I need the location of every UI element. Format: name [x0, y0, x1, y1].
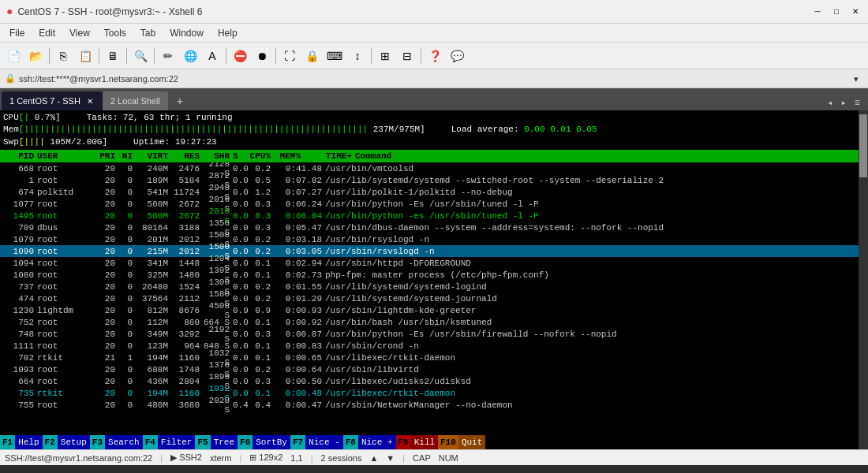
table-row[interactable]: 1080 root 20 0 325M 1480 1392 S 0.0 0.1 … — [0, 269, 868, 281]
transfer-button[interactable]: ↕ — [347, 46, 368, 66]
col-header-mem[interactable]: MEM% — [274, 151, 304, 161]
col-header-shr[interactable]: SHR — [203, 151, 233, 161]
col-header-res[interactable]: RES — [171, 151, 203, 161]
table-row[interactable]: 1079 root 20 0 201M 2012 1508 S 0.0 0.2 … — [0, 233, 868, 245]
fn-f10-item[interactable]: F10Quit — [438, 435, 485, 449]
fn-f3-item[interactable]: F3Search — [90, 435, 143, 449]
fn-f8-item[interactable]: F8Nice + — [343, 435, 396, 449]
help-button[interactable]: ❓ — [425, 46, 445, 66]
col-header-s[interactable]: S — [233, 151, 244, 161]
chat-button[interactable]: 💬 — [447, 46, 467, 66]
toolbar-sep-2 — [99, 48, 99, 64]
close-button[interactable]: ✕ — [849, 6, 862, 18]
col-header-cmd[interactable]: Command — [355, 151, 866, 161]
fn-f5-item[interactable]: F5Tree — [195, 435, 238, 449]
col-header-virt[interactable]: VIRT — [136, 151, 171, 161]
add-tab-button[interactable]: + — [171, 93, 189, 110]
table-row[interactable]: 737 root 20 0 26480 1524 1300 S 0.0 0.2 … — [0, 281, 868, 292]
address-dropdown-button[interactable]: ▾ — [854, 74, 863, 84]
table-row[interactable]: 1495 root 20 0 560M 2672 2016 S 0.0 0.3 … — [0, 210, 868, 222]
paste-button[interactable]: 📋 — [75, 46, 95, 66]
font-button[interactable]: A — [202, 46, 223, 66]
col-header-pid[interactable]: PID — [2, 151, 37, 161]
table-row[interactable]: 674 polkitd 20 0 541M 11724 2948 S 0.0 1… — [0, 186, 868, 198]
table-row[interactable]: 1094 root 20 0 341M 1448 1204 S 0.0 0.1 … — [0, 257, 868, 269]
record-button[interactable]: ⏺ — [252, 46, 272, 66]
fn-f4-key: F4 — [143, 435, 158, 449]
tab-1[interactable]: 1 CentOS 7 - SSH ✕ — [2, 91, 103, 110]
col-header-user[interactable]: USER — [37, 151, 96, 161]
fn-f2-item[interactable]: F2Setup — [43, 435, 90, 449]
fn-f7-item[interactable]: F7Nice - — [290, 435, 343, 449]
zoom-button[interactable]: ⊟ — [397, 46, 417, 66]
minimize-button[interactable]: ─ — [811, 6, 824, 18]
table-row[interactable]: 752 root 20 0 112M 860 664 S 0.0 0.1 0:0… — [0, 316, 868, 328]
title-text: CentOS 7 - SSH - root@mysvr3:~ - Xshell … — [17, 6, 202, 17]
menu-window[interactable]: Window — [163, 26, 210, 40]
table-row[interactable]: 709 dbus 20 0 80164 3188 1356 S 0.0 0.3 … — [0, 222, 868, 233]
tab-1-close[interactable]: ✕ — [85, 96, 95, 106]
copy-button[interactable]: ⎘ — [53, 46, 73, 66]
fn-f10-label: Quit — [458, 435, 485, 449]
toolbar-sep-4 — [154, 48, 155, 64]
table-row[interactable]: 1111 root 20 0 123M 964 848 S 0.0 0.1 0:… — [0, 340, 868, 352]
menu-tools[interactable]: Tools — [98, 26, 133, 40]
table-row[interactable]: 1077 root 20 0 560M 2672 2016 S 0.0 0.3 … — [0, 198, 868, 210]
col-header-cpu[interactable]: CPU% — [244, 151, 274, 161]
search-button[interactable]: 🔍 — [130, 46, 151, 66]
tab-navigation: ◂ ▸ ≡ — [824, 95, 866, 110]
col-header-ni[interactable]: NI — [118, 151, 136, 161]
menu-edit[interactable]: Edit — [32, 26, 62, 40]
col-header-time[interactable]: TIME+ — [304, 151, 355, 161]
table-row[interactable]: 755 root 20 0 480M 3680 2028 S 0.4 0.4 0… — [0, 399, 868, 411]
session-manager-button[interactable]: 🖥 — [103, 46, 123, 66]
split-button[interactable]: ⊞ — [375, 46, 395, 66]
table-row[interactable]: 702 rtkit 21 1 194M 1160 1032 S 0.0 0.1 … — [0, 352, 868, 363]
maximize-button[interactable]: □ — [830, 6, 843, 18]
fn-f2-label: Setup — [58, 435, 90, 449]
fn-f6-key: F6 — [238, 435, 253, 449]
scrollbar-thumb[interactable] — [859, 114, 867, 177]
menu-file[interactable]: File — [3, 26, 31, 40]
col-header-pri[interactable]: PRI — [96, 151, 118, 161]
menu-view[interactable]: View — [63, 26, 96, 40]
tab-2-label: 2 Local Shell — [110, 96, 160, 106]
address-text: ssh://test:****@mysvr1.netsarang.com:22 — [19, 74, 178, 84]
tab-2[interactable]: 2 Local Shell — [103, 91, 168, 110]
lock-button[interactable]: 🔒 — [301, 46, 322, 66]
status-nav-down[interactable]: ▼ — [386, 453, 395, 463]
table-row[interactable]: 748 root 20 0 349M 3292 2192 S 0.0 0.3 0… — [0, 328, 868, 340]
menu-tab[interactable]: Tab — [134, 26, 162, 40]
table-row[interactable]: 1 root 20 0 189M 5184 2872 S 0.0 0.5 0:0… — [0, 174, 868, 186]
status-nav-up[interactable]: ▲ — [369, 453, 378, 463]
new-session-button[interactable]: 📄 — [3, 46, 24, 66]
keyboard-button[interactable]: ⌨ — [324, 46, 346, 66]
tab-prev-button[interactable]: ◂ — [824, 95, 836, 110]
status-sep-4: | — [402, 453, 405, 463]
table-row[interactable]: 474 root 20 0 37564 2112 1580 S 0.0 0.2 … — [0, 292, 868, 304]
stop-button[interactable]: ⛔ — [230, 46, 250, 66]
menu-help[interactable]: Help — [211, 26, 244, 40]
table-row[interactable]: 1093 root 20 0 688M 1748 1376 S 0.0 0.2 … — [0, 363, 868, 375]
tab-menu-button[interactable]: ≡ — [851, 96, 863, 110]
tab-next-button[interactable]: ▸ — [838, 95, 850, 110]
menu-bar: File Edit View Tools Tab Window Help — [0, 24, 868, 43]
table-row[interactable]: 1090 root 20 0 215M 2012 1500 S 0.0 0.2 … — [0, 245, 868, 257]
terminal[interactable]: CPU[| 0.7%] Tasks: 72, 63 thr; 1 running… — [0, 110, 868, 449]
table-row[interactable]: 1230 lightdm 20 0 812M 8676 4508 S 0.9 0… — [0, 304, 868, 316]
table-row[interactable]: 668 root 20 0 240M 2476 2128 S 0.0 0.2 0… — [0, 162, 868, 174]
open-button[interactable]: 📂 — [25, 46, 46, 66]
fn-f1-item[interactable]: F1Help — [0, 435, 43, 449]
table-row[interactable]: 664 root 20 0 436M 2804 1896 S 0.0 0.3 0… — [0, 375, 868, 387]
fn-f9-item[interactable]: F9Kill — [396, 435, 439, 449]
table-row[interactable]: 735 rtkit 20 0 194M 1160 1032 S 0.0 0.1 … — [0, 387, 868, 399]
fn-f7-key: F7 — [290, 435, 305, 449]
scrollbar[interactable] — [859, 110, 868, 449]
globe-button[interactable]: 🌐 — [180, 46, 200, 66]
fn-f6-item[interactable]: F6SortBy — [238, 435, 290, 449]
status-sep-2: | — [239, 453, 241, 463]
compose-button[interactable]: ✏ — [158, 46, 178, 66]
fn-f4-item[interactable]: F4Filter — [143, 435, 196, 449]
fullscreen-button[interactable]: ⛶ — [279, 46, 300, 66]
status-cursor: 1,1 — [290, 453, 302, 463]
